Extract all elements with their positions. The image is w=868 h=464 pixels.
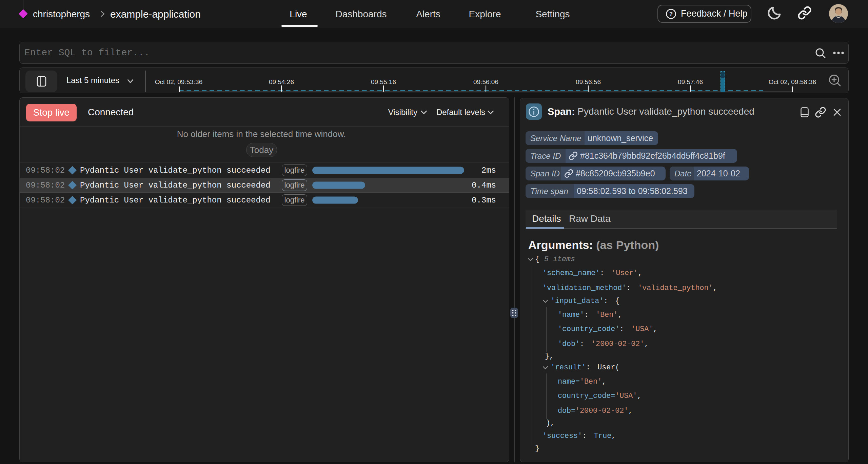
- svg-text:?: ?: [669, 11, 673, 17]
